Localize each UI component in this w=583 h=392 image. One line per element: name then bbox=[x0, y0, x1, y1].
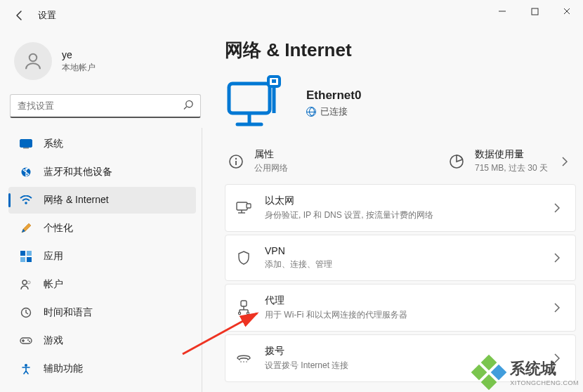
svg-rect-29 bbox=[237, 202, 247, 210]
system-icon bbox=[20, 138, 32, 150]
sidebar-item-label: 辅助功能 bbox=[44, 362, 83, 375]
card-sub: 身份验证, IP 和 DNS 设置, 按流量计费的网络 bbox=[265, 209, 536, 221]
svg-rect-10 bbox=[27, 251, 32, 256]
accessibility-icon bbox=[20, 362, 32, 375]
chevron-right-icon bbox=[549, 203, 565, 213]
globe-icon bbox=[306, 107, 316, 117]
ethernet-icon bbox=[235, 202, 252, 214]
svg-rect-9 bbox=[20, 251, 25, 256]
sidebar-item-accounts[interactable]: 帐户 bbox=[8, 271, 196, 298]
connection-status: 已连接 bbox=[320, 105, 348, 118]
svg-rect-24 bbox=[272, 79, 276, 83]
svg-point-14 bbox=[27, 281, 30, 284]
watermark: 系统城 XITONGCHENG.COM bbox=[473, 357, 579, 388]
svg-point-40 bbox=[240, 361, 242, 362]
svg-point-17 bbox=[27, 339, 29, 341]
brush-icon bbox=[20, 222, 32, 235]
sidebar-item-label: 时间和语言 bbox=[44, 306, 93, 319]
svg-rect-11 bbox=[20, 257, 25, 262]
svg-point-36 bbox=[238, 312, 240, 314]
sidebar-item-network[interactable]: 网络 & Internet bbox=[8, 187, 196, 214]
sidebar-item-apps[interactable]: 应用 bbox=[8, 243, 196, 270]
data-usage-icon bbox=[448, 153, 465, 170]
svg-rect-12 bbox=[27, 257, 32, 262]
sidebar-item-personalization[interactable]: 个性化 bbox=[8, 215, 196, 242]
gaming-icon bbox=[20, 334, 32, 347]
card-ethernet[interactable]: 以太网 身份验证, IP 和 DNS 设置, 按流量计费的网络 bbox=[225, 184, 576, 232]
svg-point-19 bbox=[25, 364, 27, 367]
sidebar-item-gaming[interactable]: 游戏 bbox=[8, 327, 196, 354]
maximize-button[interactable] bbox=[518, 0, 551, 22]
page-title: 网络 & Internet bbox=[225, 38, 576, 63]
sidebar-item-label: 个性化 bbox=[44, 222, 73, 235]
sidebar-item-label: 游戏 bbox=[44, 334, 63, 347]
sidebar-item-label: 帐户 bbox=[44, 278, 63, 291]
data-usage-block[interactable]: 数据使用量 715 MB, 过去 30 天 bbox=[448, 148, 548, 174]
chevron-right-icon bbox=[549, 253, 565, 263]
proxy-icon bbox=[235, 300, 252, 315]
svg-line-4 bbox=[184, 107, 187, 110]
data-usage-label: 数据使用量 bbox=[475, 148, 548, 161]
card-sub: 用于 Wi-Fi 和以太网连接的代理服务器 bbox=[265, 309, 536, 321]
svg-point-41 bbox=[243, 361, 244, 362]
svg-rect-32 bbox=[247, 204, 251, 208]
svg-point-26 bbox=[235, 157, 237, 159]
svg-point-37 bbox=[247, 312, 249, 314]
svg-point-13 bbox=[22, 280, 27, 285]
window-title: 设置 bbox=[38, 9, 56, 22]
card-title: 以太网 bbox=[265, 195, 536, 207]
sidebar-item-label: 蓝牙和其他设备 bbox=[44, 166, 112, 178]
sidebar-item-label: 网络 & Internet bbox=[44, 194, 109, 207]
avatar bbox=[14, 42, 52, 80]
svg-point-42 bbox=[246, 361, 247, 362]
user-sub: 本地帐户 bbox=[62, 62, 96, 74]
svg-rect-20 bbox=[229, 84, 270, 113]
sidebar-item-bluetooth[interactable]: 蓝牙和其他设备 bbox=[8, 159, 196, 185]
minimize-button[interactable] bbox=[486, 0, 518, 22]
shield-icon bbox=[235, 251, 252, 265]
card-title: VPN bbox=[265, 245, 536, 256]
svg-rect-33 bbox=[241, 301, 247, 306]
bluetooth-icon bbox=[20, 166, 32, 178]
sidebar-item-label: 应用 bbox=[44, 250, 63, 263]
search-input[interactable] bbox=[10, 94, 201, 118]
sidebar-item-time-language[interactable]: 时间和语言 bbox=[8, 299, 196, 326]
sidebar-item-system[interactable]: 系统 bbox=[8, 131, 196, 157]
svg-rect-6 bbox=[23, 148, 29, 149]
svg-rect-5 bbox=[20, 140, 32, 148]
user-block[interactable]: ye 本地帐户 bbox=[8, 31, 202, 94]
properties-sub: 公用网络 bbox=[254, 162, 288, 174]
sidebar-item-label: 系统 bbox=[44, 138, 63, 150]
card-title: 拨号 bbox=[265, 345, 536, 358]
connection-name: Ethernet0 bbox=[306, 89, 361, 103]
card-proxy[interactable]: 代理 用于 Wi-Fi 和以太网连接的代理服务器 bbox=[225, 284, 576, 332]
search-icon bbox=[183, 100, 194, 113]
svg-point-3 bbox=[186, 100, 192, 107]
close-button[interactable] bbox=[551, 0, 583, 22]
properties-label: 属性 bbox=[254, 148, 288, 161]
chevron-right-icon bbox=[549, 303, 565, 313]
sidebar-nav: 系统 蓝牙和其他设备 网络 & Internet 个性化 应用 帐户 bbox=[8, 128, 202, 392]
svg-point-2 bbox=[30, 54, 37, 62]
chevron-right-icon bbox=[556, 157, 573, 166]
clock-icon bbox=[20, 306, 32, 319]
card-vpn[interactable]: VPN 添加、连接、管理 bbox=[225, 235, 576, 281]
wifi-icon bbox=[20, 194, 32, 207]
info-icon bbox=[228, 153, 244, 170]
phone-icon bbox=[235, 353, 252, 364]
ethernet-hero-icon bbox=[225, 75, 288, 131]
card-title: 代理 bbox=[265, 294, 536, 307]
user-name: ye bbox=[62, 49, 96, 60]
properties-block[interactable]: 属性 公用网络 bbox=[228, 148, 440, 174]
svg-point-18 bbox=[29, 341, 30, 342]
svg-rect-1 bbox=[532, 8, 538, 15]
accounts-icon bbox=[20, 278, 32, 291]
apps-icon bbox=[20, 250, 32, 263]
card-sub: 添加、连接、管理 bbox=[265, 259, 536, 270]
svg-point-8 bbox=[25, 202, 27, 204]
sidebar-item-accessibility[interactable]: 辅助功能 bbox=[8, 355, 196, 382]
data-usage-sub: 715 MB, 过去 30 天 bbox=[475, 162, 548, 174]
back-button[interactable] bbox=[11, 7, 28, 24]
